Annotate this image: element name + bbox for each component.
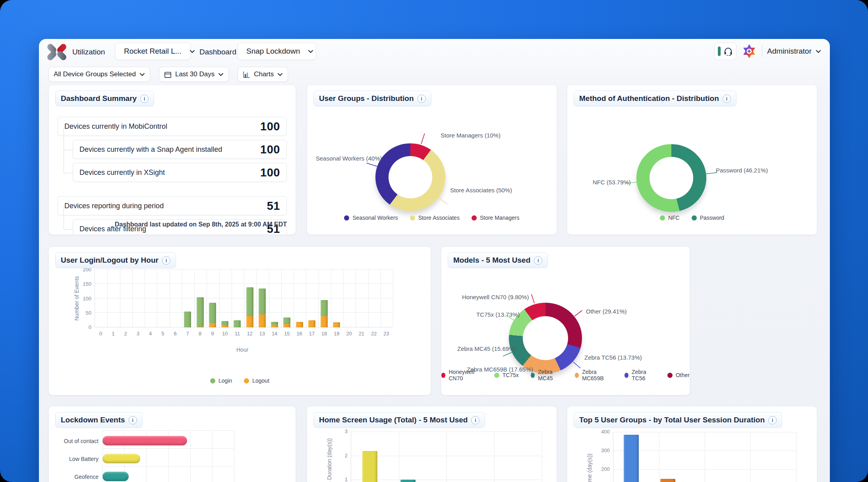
legend-item[interactable]: Honeywell CN70 — [441, 369, 482, 381]
chart-mode-filter[interactable]: Charts — [238, 67, 288, 82]
bar-login[interactable] — [184, 312, 191, 327]
summary-row-label: Devices reporting during period — [64, 202, 164, 210]
card-title-text: Dashboard Summary — [61, 94, 137, 103]
gridline — [269, 270, 269, 327]
legend-dot — [472, 215, 477, 221]
bar-logout[interactable] — [197, 327, 204, 327]
bar-logout[interactable] — [209, 323, 216, 327]
info-icon[interactable] — [534, 256, 542, 265]
bar-login[interactable] — [321, 300, 328, 316]
bar-login[interactable] — [221, 321, 228, 325]
bar-login[interactable] — [246, 287, 253, 316]
bar-out-of-contact[interactable] — [102, 436, 187, 445]
info-icon[interactable] — [723, 95, 731, 103]
info-icon[interactable] — [129, 416, 137, 424]
bar-low-battery[interactable] — [102, 454, 140, 463]
summary-row-value: 100 — [260, 120, 280, 133]
device-group-dropdown[interactable]: Rocket Retail L... — [115, 43, 191, 60]
y-axis-tick: 200 — [593, 466, 610, 472]
info-icon[interactable] — [768, 416, 777, 424]
summary-row-value: 100 — [260, 143, 280, 156]
app-window: Utilization Rocket Retail L... Dashboard — [39, 39, 830, 482]
bar-value[interactable] — [624, 435, 639, 482]
donut[interactable] — [509, 303, 582, 374]
bar-login[interactable] — [259, 288, 266, 314]
date-range-label: Last 30 Days — [175, 70, 215, 78]
slice-label: Seasonal Workers (40%) — [316, 155, 382, 162]
legend-label: Honeywell CN70 — [448, 369, 482, 381]
legend-item[interactable]: Store Associates — [410, 215, 460, 221]
x-axis-tick: 1 — [108, 331, 118, 337]
legend-item[interactable]: Login — [210, 377, 232, 384]
bar-login[interactable] — [209, 303, 216, 323]
x-axis-tick: 5 — [158, 331, 168, 337]
date-range-filter[interactable]: Last 30 Days — [159, 67, 229, 82]
donut-hole — [389, 156, 432, 199]
bar-logout[interactable] — [308, 320, 315, 327]
x-axis-tick: 21 — [357, 331, 366, 337]
slice-label: Store Associates (50%) — [450, 187, 512, 194]
gridline — [393, 270, 393, 327]
info-icon[interactable] — [471, 416, 479, 424]
card-title-text: Top 5 User Groups - by Total User Sessio… — [579, 416, 765, 424]
legend-item[interactable]: Password — [692, 215, 724, 221]
legend-item[interactable]: Zebra MC45 — [531, 369, 563, 381]
legend-dot — [210, 378, 215, 383]
gridline — [331, 270, 331, 327]
gridline — [306, 270, 306, 327]
bar-value[interactable] — [660, 479, 675, 482]
bar-value[interactable] — [362, 451, 377, 482]
donut[interactable] — [375, 143, 445, 211]
user-menu[interactable]: Administrator — [767, 47, 821, 56]
bar-logout[interactable] — [321, 316, 328, 327]
bar-logout[interactable] — [271, 325, 278, 327]
info-icon[interactable] — [140, 95, 149, 103]
bar-geofence[interactable] — [102, 472, 129, 481]
models-chart: Other (29.41%)Zebra TC56 (13.73%)Zebra M… — [441, 247, 690, 395]
gridline — [613, 432, 796, 432]
slice-label: Zebra TC56 (13.73%) — [584, 354, 642, 361]
info-icon[interactable] — [162, 256, 170, 265]
bar-logout[interactable] — [259, 314, 266, 327]
legend-item[interactable]: Zebra MC659B — [575, 369, 613, 381]
legend-item[interactable]: Seasonal Workers — [344, 215, 398, 221]
gridline — [343, 270, 344, 327]
legend-label: Password — [700, 215, 724, 221]
legend-item[interactable]: NFC — [660, 215, 680, 221]
device-group-value: Rocket Retail L... — [124, 47, 182, 56]
legend-item[interactable]: TC75x — [494, 369, 519, 381]
ai-star-icon[interactable] — [741, 43, 757, 59]
support-button[interactable] — [714, 43, 737, 60]
bar-login[interactable] — [234, 320, 241, 327]
gridline — [256, 270, 257, 327]
gridline — [368, 270, 369, 327]
bar-login[interactable] — [283, 317, 290, 324]
bar-logout[interactable] — [246, 316, 253, 327]
gridline — [351, 480, 541, 480]
device-groups-filter[interactable]: All Device Groups Selected — [48, 67, 150, 82]
bar-login[interactable] — [197, 297, 204, 327]
legend-item[interactable]: Store Managers — [472, 215, 520, 221]
y-axis-tick: 300 — [593, 447, 610, 453]
bar-logout[interactable] — [221, 325, 228, 327]
bar-logout[interactable] — [296, 322, 303, 328]
bar-logout[interactable] — [283, 324, 290, 327]
slice-label: NFC (53.79%) — [593, 179, 631, 186]
donut-area: Password (46.21%)NFC (53.79%) — [567, 106, 817, 214]
card-title-badge: Home Screen Usage (Total) - 5 Most Used — [313, 412, 485, 428]
x-axis-tick: 19 — [332, 331, 341, 337]
info-icon[interactable] — [418, 95, 426, 103]
gridline — [132, 270, 133, 327]
donut[interactable] — [636, 144, 706, 212]
card-title-badge: User Login/Logout by Hour — [55, 252, 176, 268]
bar-logout[interactable] — [333, 322, 340, 327]
gridline — [613, 451, 796, 451]
legend-item[interactable]: Other — [667, 369, 690, 381]
bar-login[interactable] — [271, 322, 278, 325]
status-pill — [718, 46, 721, 56]
legend-dot — [660, 215, 665, 221]
bar-value[interactable] — [400, 480, 416, 482]
dashboard-dropdown[interactable]: Snap Lockdown — [238, 43, 316, 60]
legend-item[interactable]: Logout — [244, 377, 269, 384]
legend-item[interactable]: Zebra TC56 — [624, 369, 655, 381]
